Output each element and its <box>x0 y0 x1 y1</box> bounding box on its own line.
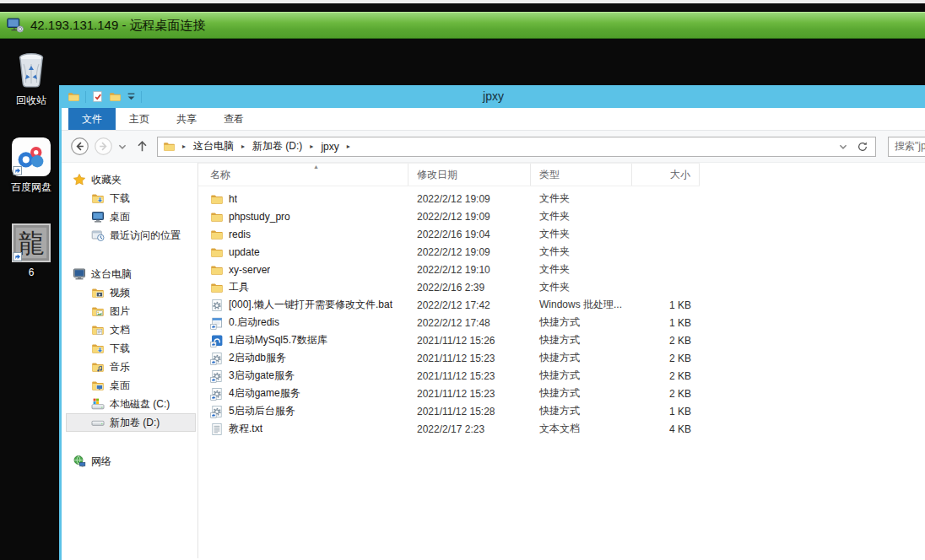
sidebar-item-label: 图片 <box>110 304 130 319</box>
tab-file[interactable]: 文件 <box>68 108 116 130</box>
shortcut-gear-icon <box>210 405 224 418</box>
file-type: 快捷方式 <box>531 333 632 347</box>
column-header-1[interactable]: 修改日期 <box>408 164 531 186</box>
sidebar-item[interactable]: 桌面 <box>62 207 196 226</box>
file-name: 3启动gate服务 <box>229 369 295 383</box>
file-date: 2021/11/12 15:23 <box>408 353 531 364</box>
file-date: 2022/2/12 19:09 <box>408 211 531 223</box>
remote-desktop-icon <box>7 18 24 33</box>
recent-places-icon <box>91 229 105 242</box>
address-dropdown-icon[interactable] <box>838 142 848 152</box>
breadcrumb-segment[interactable]: 这台电脑 <box>188 137 239 155</box>
sidebar-item[interactable]: 桌面 <box>62 376 196 395</box>
folder-download-icon <box>91 191 105 205</box>
address-bar[interactable]: ▸这台电脑▸新加卷 (D:)▸jpxy▸ <box>157 137 876 157</box>
file-row[interactable]: ht2022/2/12 19:09文件夹 <box>198 190 700 207</box>
history-dropdown-icon[interactable] <box>117 142 127 152</box>
folder-icon <box>210 245 224 259</box>
folder-icon <box>210 263 224 277</box>
column-header-3[interactable]: 大小 <box>632 164 700 186</box>
bat-file-icon <box>210 299 224 312</box>
dragon-seal-icon: 龍 <box>12 223 51 262</box>
file-date: 2021/11/12 15:23 <box>408 388 531 400</box>
column-headers: 名称修改日期类型大小 <box>198 163 700 186</box>
screen-top-edge <box>0 0 925 3</box>
file-row[interactable]: 教程.txt2022/2/17 2:23文本文档4 KB <box>198 420 700 438</box>
sidebar-item[interactable]: 最近访问的位置 <box>62 226 196 245</box>
sidebar-item[interactable]: 视频 <box>62 283 196 302</box>
file-row[interactable]: 1启动MySql5.7数据库2021/11/12 15:26快捷方式2 KB <box>198 331 700 349</box>
ribbon-tabs: 文件主页共享查看 <box>62 108 925 131</box>
file-row[interactable]: phpstudy_pro2022/2/12 19:09文件夹 <box>198 207 700 225</box>
rdp-connection-bar[interactable]: 42.193.131.149 - 远程桌面连接 <box>0 12 925 39</box>
sidebar-item[interactable]: 这台电脑 <box>62 265 196 283</box>
file-name: 2启动db服务 <box>229 351 286 365</box>
file-type: 文件夹 <box>531 280 632 294</box>
sidebar-item[interactable]: 网络 <box>62 452 196 471</box>
file-name: update <box>229 246 260 258</box>
folder-picture-icon <box>91 304 105 318</box>
file-date: 2022/2/16 19:04 <box>408 229 531 240</box>
up-button[interactable] <box>135 139 149 153</box>
file-name: redis <box>229 229 251 240</box>
sidebar-item[interactable]: 新加卷 (D:) <box>66 413 196 432</box>
file-size: 2 KB <box>632 335 700 347</box>
file-row[interactable]: [000].懒人一键打开需要修改文件.bat2022/2/12 17:42Win… <box>198 296 700 314</box>
forward-button[interactable] <box>94 137 113 156</box>
file-size: 1 KB <box>632 317 700 329</box>
sidebar-item[interactable]: 文档 <box>62 320 196 339</box>
file-row[interactable]: update2022/2/12 19:09文件夹 <box>198 243 700 261</box>
qat-customize-dropdown-icon[interactable] <box>127 92 136 101</box>
file-name: 0.启动redis <box>229 315 279 330</box>
folder-icon <box>210 228 224 241</box>
explorer-titlebar[interactable]: jpxy <box>62 85 925 108</box>
sidebar-item[interactable]: 下载 <box>62 189 196 207</box>
address-folder-icon <box>163 140 176 153</box>
sidebar-item[interactable]: 本地磁盘 (C:) <box>62 395 196 413</box>
column-header-0[interactable]: 名称 <box>198 164 408 186</box>
new-folder-icon[interactable] <box>109 90 122 103</box>
desktop-icon-dragon-seal[interactable]: 龍6 <box>0 223 62 278</box>
sidebar-item[interactable]: 音乐 <box>62 358 196 376</box>
tab-view[interactable]: 查看 <box>210 108 257 130</box>
column-header-2[interactable]: 类型 <box>531 164 632 186</box>
file-type: 文件夹 <box>531 245 632 259</box>
search-input[interactable]: 搜索"jpxy" <box>888 137 925 157</box>
file-row[interactable]: 4启动game服务2021/11/12 15:23快捷方式2 KB <box>198 385 700 402</box>
file-row[interactable]: 工具2022/2/16 2:39文件夹 <box>198 278 700 296</box>
file-type: 文件夹 <box>531 209 632 223</box>
sidebar-item-label: 文档 <box>110 323 130 337</box>
file-list: ht2022/2/12 19:09文件夹phpstudy_pro2022/2/1… <box>198 186 925 438</box>
file-row[interactable]: 2启动db服务2021/11/12 15:23快捷方式2 KB <box>198 349 700 367</box>
breadcrumb-arrow-icon[interactable]: ▸ <box>180 143 188 150</box>
file-row[interactable]: 0.启动redis2022/2/12 17:48快捷方式1 KB <box>198 314 700 331</box>
file-row[interactable]: xy-server2022/2/12 19:10文件夹 <box>198 261 700 278</box>
file-type: 文件夹 <box>531 191 632 206</box>
back-button[interactable] <box>70 137 89 156</box>
file-row[interactable]: 5启动后台服务2021/11/12 15:28快捷方式1 KB <box>198 402 700 420</box>
breadcrumb-segment[interactable]: jpxy <box>316 139 343 154</box>
text-file-icon <box>210 423 224 436</box>
tab-share[interactable]: 共享 <box>163 108 210 130</box>
sidebar-item[interactable]: 图片 <box>62 302 196 320</box>
file-type: Windows 批处理... <box>531 298 632 312</box>
breadcrumb-segment[interactable]: 新加卷 (D:) <box>247 137 307 155</box>
refresh-icon[interactable] <box>857 141 868 153</box>
sidebar-item-label: 视频 <box>110 286 130 300</box>
properties-icon[interactable] <box>91 90 104 103</box>
sidebar-item[interactable]: 下载 <box>62 339 196 358</box>
desktop-icon-baidu-netdisk[interactable]: 百度网盘 <box>0 137 62 195</box>
sidebar-item-label: 音乐 <box>110 360 130 374</box>
breadcrumb-arrow-icon[interactable]: ▸ <box>344 143 353 150</box>
recycle-bin-icon <box>11 47 51 89</box>
explorer-window-icon[interactable] <box>68 90 80 103</box>
sort-ascending-icon: ▲ <box>313 164 319 170</box>
sidebar-item[interactable]: 收藏夹 <box>62 170 196 189</box>
file-row[interactable]: redis2022/2/16 19:04文件夹 <box>198 225 700 243</box>
file-row[interactable]: 3启动gate服务2021/11/12 15:23快捷方式2 KB <box>198 367 700 385</box>
shortcut-gear-icon <box>210 352 224 365</box>
breadcrumb-arrow-icon[interactable]: ▸ <box>307 143 316 150</box>
breadcrumb-arrow-icon[interactable]: ▸ <box>239 143 247 150</box>
star-icon <box>73 173 86 186</box>
tab-home[interactable]: 主页 <box>116 108 163 130</box>
